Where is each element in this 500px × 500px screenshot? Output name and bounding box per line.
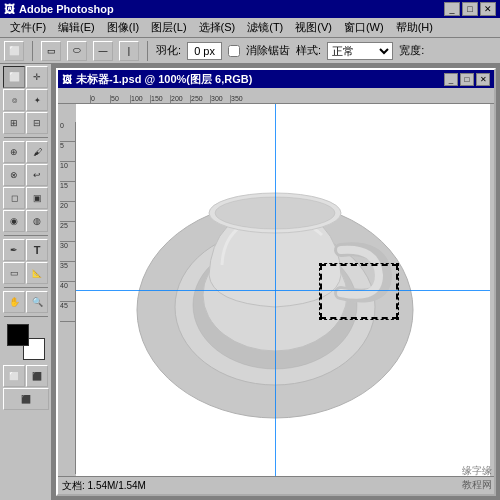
tool-row-9 [3, 262, 48, 284]
menu-filter[interactable]: 滤镜(T) [241, 18, 289, 37]
menu-file[interactable]: 文件(F) [4, 18, 52, 37]
zoom-tool[interactable] [26, 291, 48, 313]
ruler-tick: 200 [170, 95, 190, 103]
menu-bar: 文件(F) 编辑(E) 图像(I) 图层(L) 选择(S) 滤镜(T) 视图(V… [0, 18, 500, 38]
watermark-line1: 缘字缘 [462, 464, 492, 478]
hand-tool[interactable] [3, 291, 25, 313]
lasso-tool[interactable] [3, 89, 25, 111]
tool-row-3 [3, 112, 48, 134]
antialias-label: 消除锯齿 [246, 43, 290, 58]
heal-tool[interactable] [3, 141, 25, 163]
rect-marquee-btn[interactable]: ▭ [41, 41, 61, 61]
history-brush-tool[interactable]: ↩ [26, 164, 48, 186]
tool-row-6 [3, 187, 48, 209]
ruler-vertical: 0 5 10 15 20 25 30 35 40 45 [60, 122, 76, 474]
fill-tool[interactable] [26, 187, 48, 209]
minimize-button[interactable]: _ [444, 2, 460, 16]
menu-layer[interactable]: 图层(L) [145, 18, 192, 37]
magic-wand-tool[interactable] [26, 89, 48, 111]
ruler-tick: 150 [150, 95, 170, 103]
crop-tool[interactable] [3, 112, 25, 134]
ruler-tick: 300 [210, 95, 230, 103]
menu-select[interactable]: 选择(S) [193, 18, 242, 37]
maximize-button[interactable]: □ [462, 2, 478, 16]
standard-mode-btn[interactable]: ⬜ [3, 365, 25, 387]
app-titlebar: 🖼 Adobe Photoshop _ □ ✕ [0, 0, 500, 18]
doc-icon: 🖼 [62, 74, 72, 85]
dodge-tool[interactable] [26, 210, 48, 232]
marquee-tool[interactable] [3, 66, 25, 88]
document-titlebar: 🖼 未标器-1.psd @ 100%(图层 6,RGB) _ □ ✕ [58, 70, 494, 88]
tool-row-8 [3, 239, 48, 261]
document-area: 🖼 未标器-1.psd @ 100%(图层 6,RGB) _ □ ✕ 0 50 … [52, 64, 500, 500]
tool-row-modes: ⬜ ⬛ [3, 365, 48, 387]
measure-tool[interactable] [26, 262, 48, 284]
menu-image[interactable]: 图像(I) [101, 18, 145, 37]
tool-row-4 [3, 141, 48, 163]
foreground-color-swatch[interactable] [7, 324, 29, 346]
ruler-tick: 350 [230, 95, 250, 103]
antialias-checkbox[interactable] [228, 45, 240, 57]
slice-tool[interactable] [26, 112, 48, 134]
menu-help[interactable]: 帮助(H) [390, 18, 439, 37]
window-controls: _ □ ✕ [444, 2, 496, 16]
watermark-line2: 教程网 [462, 478, 492, 492]
width-label: 宽度: [399, 43, 424, 58]
blur-tool[interactable] [3, 210, 25, 232]
doc-minimize-button[interactable]: _ [444, 73, 458, 86]
ruler-tick: 50 [110, 95, 130, 103]
menu-edit[interactable]: 编辑(E) [52, 18, 101, 37]
crosshair-horizontal [76, 290, 490, 291]
single-row-btn[interactable]: — [93, 41, 113, 61]
main-area: ↩ ⬜ ⬛ [0, 64, 500, 500]
doc-status-text: 文档: 1.54M/1.54M [62, 479, 146, 493]
tool-row-10 [3, 291, 48, 313]
separator-2 [147, 41, 148, 61]
doc-maximize-button[interactable]: □ [460, 73, 474, 86]
menu-view[interactable]: 视图(V) [289, 18, 338, 37]
document-status: 文档: 1.54M/1.54M [58, 476, 494, 494]
tool-divider-4 [4, 316, 48, 317]
single-col-btn[interactable]: | [119, 41, 139, 61]
screen-mode-btn[interactable]: ⬛ [3, 388, 49, 410]
brush-tool[interactable] [26, 141, 48, 163]
tool-row-5: ↩ [3, 164, 48, 186]
ellipse-marquee-btn[interactable]: ⬭ [67, 41, 87, 61]
quick-mask-btn[interactable]: ⬛ [26, 365, 48, 387]
tool-divider-2 [4, 235, 48, 236]
move-tool[interactable] [26, 66, 48, 88]
tool-row-2 [3, 89, 48, 111]
tool-divider-1 [4, 137, 48, 138]
style-label: 样式: [296, 43, 321, 58]
ruler-tick: 250 [190, 95, 210, 103]
close-button[interactable]: ✕ [480, 2, 496, 16]
style-select[interactable]: 正常 固定比例 固定大小 [327, 42, 393, 60]
toolbox: ↩ ⬜ ⬛ [0, 64, 52, 500]
menu-window[interactable]: 窗口(W) [338, 18, 390, 37]
doc-title: 未标器-1.psd @ 100%(图层 6,RGB) [76, 72, 252, 87]
tool-divider-3 [4, 287, 48, 288]
ruler-tick: 100 [130, 95, 150, 103]
doc-close-button[interactable]: ✕ [476, 73, 490, 86]
shape-tool[interactable] [3, 262, 25, 284]
feather-input[interactable] [187, 42, 222, 60]
tool-preset-btn[interactable]: ⬜ [4, 41, 24, 61]
ruler-tick: 0 [90, 95, 110, 103]
eraser-tool[interactable] [3, 187, 25, 209]
color-swatches[interactable] [7, 324, 45, 360]
tool-row-7 [3, 210, 48, 232]
app-title: Adobe Photoshop [19, 3, 114, 15]
text-tool[interactable] [26, 239, 48, 261]
watermark: 缘字缘 教程网 [462, 464, 492, 492]
tool-row-1 [3, 66, 48, 88]
document-window: 🖼 未标器-1.psd @ 100%(图层 6,RGB) _ □ ✕ 0 50 … [56, 68, 496, 496]
options-bar: ⬜ ▭ ⬭ — | 羽化: 消除锯齿 样式: 正常 固定比例 固定大小 宽度: [0, 38, 500, 64]
pen-tool[interactable] [3, 239, 25, 261]
feather-label: 羽化: [156, 43, 181, 58]
stamp-tool[interactable] [3, 164, 25, 186]
app-icon: 🖼 [4, 3, 15, 15]
doc-window-controls: _ □ ✕ [444, 73, 490, 86]
canvas[interactable] [76, 104, 490, 476]
ruler-horizontal: 0 50 100 150 200 250 300 350 [58, 88, 494, 104]
canvas-with-ruler: 0 5 10 15 20 25 30 35 40 45 [58, 104, 494, 476]
